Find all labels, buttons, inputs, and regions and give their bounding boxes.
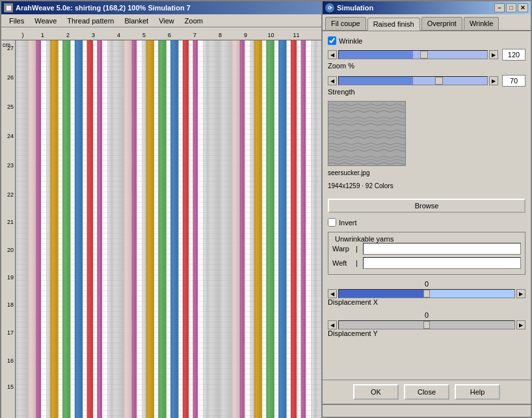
ruler-mark-10: 10 [258, 32, 284, 38]
sim-window-controls: − □ ✕ [494, 3, 528, 12]
ruler-left: cm 27 26 25 24 23 22 21 20 19 18 17 16 1… [1, 40, 16, 418]
strength-slider-track[interactable] [338, 76, 488, 85]
unwrinkable-legend: Unwrinkable yarns [332, 235, 521, 243]
invert-checkbox[interactable] [328, 218, 336, 227]
ruler-mark-5: 5 [131, 32, 157, 38]
ok-button[interactable]: OK [353, 384, 399, 400]
ruler-mark-9: 9 [233, 32, 258, 38]
warp-separator: | [356, 245, 358, 253]
ruler-mark-1: 1 [30, 32, 55, 38]
ruler-top: ) 1 2 3 4 5 6 7 8 9 10 11 [1, 27, 321, 40]
zoom-slider-track[interactable] [338, 50, 488, 59]
weft-row: Weft | [332, 257, 521, 269]
wrinkle-label: Wrinkle [339, 37, 362, 45]
bottom-buttons: OK Close Help [323, 380, 531, 404]
sim-maximize-button[interactable]: □ [506, 3, 516, 12]
ruler-numbers: ) 1 2 3 4 5 6 7 8 9 10 11 [16, 32, 309, 38]
ruler-26: 26 [7, 75, 14, 81]
menu-zoom[interactable]: Zoom [180, 16, 208, 26]
warp-input[interactable] [363, 243, 521, 255]
displacement-y-section: 0 ◀ ▶ Displacement Y [328, 311, 525, 337]
menu-view[interactable]: View [153, 16, 180, 26]
zoom-slider-thumb[interactable] [420, 51, 428, 59]
main-content: ) 1 2 3 4 5 6 7 8 9 10 11 cm [1, 27, 531, 418]
ruler-17: 17 [7, 330, 14, 336]
zoom-decrease-btn[interactable]: ◀ [328, 50, 337, 59]
zoom-section: ◀ ▶ Zoom % [328, 49, 525, 70]
menu-files[interactable]: Files [4, 16, 29, 26]
ruler-20: 20 [7, 247, 14, 253]
weft-input[interactable] [363, 257, 521, 269]
ruler-mark-6: 6 [157, 32, 182, 38]
zoom-increase-btn[interactable]: ▶ [489, 50, 498, 59]
ruler-16: 16 [7, 358, 14, 364]
preview-svg [328, 102, 406, 166]
menu-blanket[interactable]: Blanket [119, 16, 153, 26]
ruler-15: 15 [7, 384, 14, 390]
warp-label: Warp [332, 245, 352, 253]
displacement-x-thumb[interactable] [423, 290, 430, 298]
displacement-x-label: Displacement X [328, 298, 525, 306]
ruler-27: 27 [7, 46, 14, 51]
disp-y-decrease-btn[interactable]: ◀ [328, 320, 337, 329]
image-filename: seersucker.jpg [328, 169, 369, 178]
panel-content: Wrinkle ◀ ▶ Zoom % [323, 31, 531, 348]
close-button-panel[interactable]: Close [404, 384, 449, 400]
ruler-25: 25 [7, 104, 14, 110]
strength-label: Strength [328, 88, 525, 96]
strength-slider-row: ◀ ▶ [328, 75, 525, 87]
ruler-mark-2: 2 [55, 32, 81, 38]
sim-close-button[interactable]: ✕ [518, 3, 528, 12]
weft-label: Weft [332, 259, 352, 267]
sim-title: Simulation [337, 4, 494, 12]
ruler-23: 23 [7, 163, 14, 169]
sim-tabs: Fil coupe Raised finish Overprint Wrinkl… [323, 14, 531, 31]
ruler-mark-7: 7 [182, 32, 207, 38]
tab-raised-finish[interactable]: Raised finish [367, 18, 420, 31]
strength-slider-thumb[interactable] [435, 77, 443, 85]
image-section: seersucker.jpg 1944x1259 · 92 Colors [328, 101, 525, 195]
sim-icon: ⟳ [325, 3, 334, 12]
displacement-y-value: 0 [328, 311, 525, 319]
zoom-value-input[interactable] [502, 49, 525, 61]
menu-weave[interactable]: Weave [29, 16, 62, 26]
displacement-y-thumb[interactable] [423, 321, 430, 329]
app-icon: ▦ [4, 3, 13, 12]
ruler-24: 24 [7, 133, 14, 139]
displacement-x-section: 0 ◀ ▶ Displacement X [328, 280, 525, 306]
canvas-area: ) 1 2 3 4 5 6 7 8 9 10 11 cm [1, 27, 323, 418]
displacement-y-track[interactable] [338, 320, 515, 329]
ruler-mark-3: 3 [81, 32, 106, 38]
displacement-x-track[interactable] [338, 289, 515, 298]
wrinkle-checkbox[interactable] [328, 36, 336, 45]
strength-value-input[interactable] [502, 75, 525, 87]
menu-thread-pattern[interactable]: Thread pattern [62, 16, 119, 26]
help-button[interactable]: Help [455, 384, 500, 400]
disp-x-increase-btn[interactable]: ▶ [516, 289, 525, 298]
browse-button[interactable]: Browse [328, 199, 525, 213]
ruler-mark-0: ) [16, 32, 30, 38]
ruler-mark-8: 8 [207, 32, 233, 38]
disp-y-increase-btn[interactable]: ▶ [516, 320, 525, 329]
disp-x-decrease-btn[interactable]: ◀ [328, 289, 337, 298]
sim-minimize-button[interactable]: − [494, 3, 505, 12]
strength-increase-btn[interactable]: ▶ [489, 76, 498, 85]
strength-decrease-btn[interactable]: ◀ [328, 76, 337, 85]
app-window: ▦ ArahWeave 5.0e: shirting (168,2) 100% … [0, 0, 532, 418]
svg-rect-1 [328, 102, 406, 166]
weft-separator: | [356, 259, 358, 267]
canvas-body: cm 27 26 25 24 23 22 21 20 19 18 17 16 1… [1, 40, 321, 418]
tab-overprint[interactable]: Overprint [421, 17, 462, 30]
tab-wrinkle[interactable]: Wrinkle [464, 17, 499, 30]
wrinkle-row: Wrinkle [328, 36, 525, 45]
strength-section: ◀ ▶ Strength [328, 75, 525, 96]
displacement-y-slider-row: ◀ ▶ [328, 320, 525, 329]
ruler-19: 19 [7, 275, 14, 281]
tab-fil-coupe[interactable]: Fil coupe [325, 17, 366, 30]
image-dimensions: 1944x1259 · 92 Colors [328, 182, 393, 191]
ruler-mark-4: 4 [106, 32, 131, 38]
warp-row: Warp | [332, 243, 521, 255]
displacement-y-label: Displacement Y [328, 329, 525, 337]
weave-area [16, 40, 321, 418]
invert-label: Invert [339, 219, 357, 227]
